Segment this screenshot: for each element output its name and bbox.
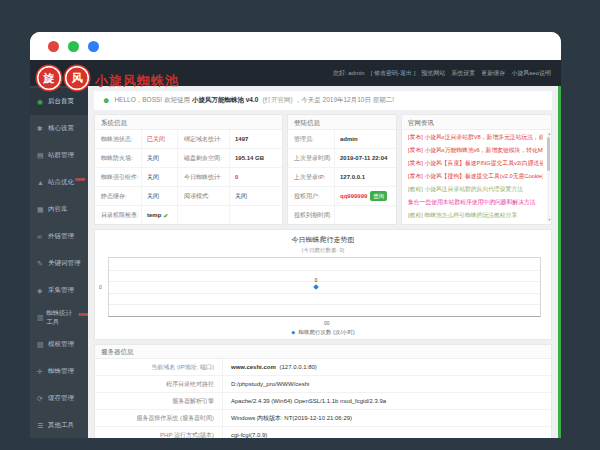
domain-value: www.ceshi.com <box>231 364 276 370</box>
seo-help-link[interactable]: 小旋风seo说明 <box>511 69 551 78</box>
sidebar-item-label: 核心设置 <box>48 124 74 133</box>
gear-icon: ✱ <box>37 125 46 133</box>
info-label: 服务器操作系统 (服务器时间) <box>95 410 223 426</box>
temp-dir-value: temp <box>147 212 161 218</box>
sidebar-item-label: 缓存管理 <box>48 394 74 403</box>
sidebar-item-label: 内容库 <box>48 205 68 214</box>
menu-icon: ☰ <box>37 422 46 430</box>
sidebar-item-site-group[interactable]: ▤ 站群管理 <box>30 142 88 169</box>
template-icon: ▧ <box>37 341 46 349</box>
news-item-link[interactable]: 集合一些使用本站群程序使用中的问题和解决方法 <box>408 196 543 209</box>
info-value: Windows 内核版本: NT(2019-12-10 21:06:29) <box>223 414 551 423</box>
info-value: 1497 <box>229 130 282 148</box>
system-settings-link[interactable]: 系统设置 <box>451 69 475 78</box>
data-point-marker <box>313 284 319 290</box>
info-value: 0 <box>229 168 282 186</box>
news-list: [发布] 小旋风x泛目录站群V8，新增多元泛站玩法，前端模板升级 [发布] 小旋… <box>402 130 551 222</box>
refresh-icon: ⟳ <box>37 395 46 403</box>
sidebar-item-keywords[interactable]: ✎ 关键词管理 <box>30 250 88 277</box>
sidebar-item-core-settings[interactable]: ✱ 核心设置 <box>30 115 88 142</box>
main-content: ☻ HELLO，BOSS! 欢迎使用 小旋风万能蜘蛛池 v4.0 (打开官网) … <box>88 86 558 438</box>
product-name: 小旋风万能蜘蛛池 v4.0 <box>192 96 258 105</box>
info-label: 绑定域名统计: <box>177 130 229 148</box>
pencil-icon: ✎ <box>37 260 46 268</box>
optimize-icon: ▲ <box>37 179 46 186</box>
sidebar-item-other-tools[interactable]: ☰ 其他工具 <box>30 412 88 438</box>
info-label: 静态缓存: <box>95 192 141 201</box>
sidebar-item-label: 蜘蛛管理 <box>48 367 74 376</box>
news-item-link[interactable]: [教程] 蜘蛛池怎么样引蜘蛛的玩法教程分享 <box>408 209 543 222</box>
server-info-row: 程序目录绝对路径 D:/phpstudy_pro/WWW/ceshi <box>95 376 551 393</box>
legend-label: 蜘蛛爬行次数 (次/小时) <box>299 329 355 335</box>
license-query-button[interactable]: 查询 <box>370 191 387 201</box>
server-info-row: 服务器解析引擎 Apache/2.4.39 (Win64) OpenSSL/1.… <box>95 393 551 410</box>
scrollbar-thumb[interactable] <box>547 137 550 171</box>
sidebar-item-label: 关键词管理 <box>48 259 81 268</box>
info-label: 蜘蛛强引组件: <box>95 173 141 182</box>
system-info-row: 蜘蛛强引组件: 关闭 今日蜘蛛统计: 0 <box>95 168 282 187</box>
sidebar-item-cache[interactable]: ⟳ 缓存管理 <box>30 385 88 412</box>
sidebar-item-templates[interactable]: ▧ 模板管理 <box>30 331 88 358</box>
info-value: Apache/2.4.39 (Win64) OpenSSL/1.1.1b mod… <box>223 398 551 404</box>
window-titlebar <box>30 32 561 60</box>
sidebar-item-spider-manage[interactable]: ✛ 蜘蛛管理 <box>30 358 88 385</box>
green-edge-strip <box>558 86 561 438</box>
news-item-link[interactable]: [教程] 小旋风泛目录站群的反向代理设置方法 <box>408 183 543 196</box>
system-info-row: 蜘蛛防火墙: 关闭 磁盘剩余空间: 195.14 GB <box>95 149 282 168</box>
sidebar-item-collection[interactable]: ◈ 采集管理 <box>30 277 88 304</box>
news-item-link[interactable]: [发布] 小旋风x万能蜘蛛池v6，新增友链模块，转化MIP模板 <box>408 144 543 157</box>
sidebar-item-label: 后台首页 <box>48 97 74 106</box>
gridline <box>109 270 540 271</box>
gridline <box>109 293 540 294</box>
legend-marker-icon: ◆ <box>291 329 295 335</box>
info-value: www.ceshi.com (127.0.0.1:80) <box>223 364 551 370</box>
scroll-up-icon[interactable]: ▴ <box>548 132 550 136</box>
sidebar-item-label: 站点优化 <box>48 178 74 187</box>
info-value <box>334 206 396 224</box>
login-info-row: 上次登录IP: 127.0.0.1 <box>288 168 396 187</box>
sidebar-item-dashboard[interactable]: ◉ 后台首页 <box>30 88 88 115</box>
news-item-link[interactable]: [发布] 小旋风x泛目录站群V8，新增多元泛站玩法，前端模板升级 <box>408 131 543 144</box>
info-label: 蜘蛛池状态: <box>95 135 141 144</box>
stats-icon: ▥ <box>37 314 44 322</box>
info-label: 上次登录IP: <box>288 173 334 182</box>
sidebar-item-site-optimize[interactable]: ▲ 站点优化 new <box>30 169 88 196</box>
info-value: cgi-fcgi(7.0.9) <box>223 432 551 438</box>
smiley-icon: ☻ <box>102 96 110 105</box>
news-item-link[interactable]: [发布] 小旋风【百度】极速PING提交工具v3(白嫖送福利) <box>408 157 543 170</box>
minimize-window-button[interactable] <box>68 41 79 52</box>
refresh-cache-link[interactable]: 更新缓存 <box>481 69 505 78</box>
maximize-window-button[interactable] <box>88 41 99 52</box>
greeting-admin-text: 您好: admin <box>333 69 365 78</box>
close-window-button[interactable] <box>48 41 59 52</box>
app-logo: 旋 风 小旋风蜘蛛池 <box>37 66 179 90</box>
collect-icon: ◈ <box>37 287 46 295</box>
library-icon: ▦ <box>37 206 46 214</box>
info-value: 关闭 <box>229 187 282 205</box>
change-password-logout-link[interactable]: [ 修改密码-退出 ] <box>371 69 416 78</box>
chart-subtitle: (今日爬行数量: 0) <box>95 247 551 254</box>
sidebar-item-external-links[interactable]: ∞ 外链管理 <box>30 223 88 250</box>
open-official-site-link[interactable]: (打开官网) <box>262 96 292 105</box>
sidebar-item-label: 蜘蛛统计工具 <box>46 309 77 327</box>
preview-site-link[interactable]: 预览网站 <box>421 69 445 78</box>
info-label: 当前域名 (IP地址: 端口) <box>95 359 223 375</box>
system-info-row: 目录权限检查: temp ✔ <box>95 206 282 225</box>
info-value: qq999999 查询 <box>334 187 396 205</box>
sidebar-item-label: 其他工具 <box>48 421 74 430</box>
sidebar-item-content-library[interactable]: ▦ 内容库 <box>30 196 88 223</box>
new-badge: new <box>75 176 85 182</box>
sidebar-item-spider-stats[interactable]: ▥ 蜘蛛统计工具 new <box>30 304 88 331</box>
info-value <box>229 206 282 224</box>
info-label: 上次登录时间: <box>288 154 334 163</box>
chart-legend[interactable]: ◆ 蜘蛛爬行次数 (次/小时) <box>95 329 551 336</box>
sidebar-item-label: 站群管理 <box>48 151 74 160</box>
sidebar-nav: ◉ 后台首页 ✱ 核心设置 ▤ 站群管理 ▲ 站点优化 new ▦ 内容库 ∞ … <box>30 86 88 438</box>
news-item-link[interactable]: [发布] 小旋风【搜狗】极速提交工具(v2.0无需Cookie) <box>408 170 543 183</box>
scroll-down-icon[interactable]: ▾ <box>548 218 550 222</box>
panel-title: 服务器信息 <box>95 345 551 359</box>
info-value: 关闭 <box>141 149 177 167</box>
sidebar-item-label: 模板管理 <box>48 340 74 349</box>
info-label: 蜘蛛防火墙: <box>95 154 141 163</box>
sidebar-item-label: 外链管理 <box>48 232 74 241</box>
